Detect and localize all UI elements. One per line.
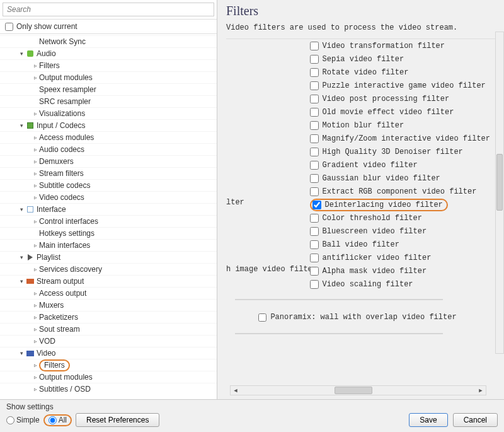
tree-item[interactable]: ▹Filters bbox=[0, 59, 217, 71]
chevron-right-icon[interactable]: ▹ bbox=[32, 158, 39, 165]
tree-item[interactable]: ▹Audio codecs bbox=[0, 143, 217, 155]
radio-simple[interactable]: Simple bbox=[6, 416, 40, 424]
filter-item[interactable]: Puzzle interactive game video filter bbox=[310, 79, 490, 92]
tree-item[interactable]: ▹Services discovery bbox=[0, 263, 217, 275]
tree-item[interactable]: ▹Stream filters bbox=[0, 167, 217, 179]
filter-item[interactable]: Rotate video filter bbox=[310, 66, 490, 79]
tree-item[interactable]: ▹Muxers bbox=[0, 299, 217, 311]
chevron-down-icon[interactable]: ▾ bbox=[18, 254, 25, 260]
filter-checkbox[interactable] bbox=[310, 214, 319, 223]
tree-item[interactable]: Network Sync bbox=[0, 35, 217, 47]
chevron-down-icon[interactable]: ▾ bbox=[18, 350, 25, 356]
tree-item[interactable]: ▾Stream output bbox=[0, 275, 217, 287]
filter-item[interactable]: Video post processing filter bbox=[310, 92, 490, 105]
scroll-right-icon[interactable]: ► bbox=[476, 387, 486, 394]
filter-item[interactable]: Color threshold filter bbox=[310, 211, 490, 225]
cancel-button[interactable]: Cancel bbox=[453, 413, 498, 427]
filter-checkbox[interactable] bbox=[310, 42, 319, 50]
tree-item[interactable]: ▹Output modules bbox=[0, 371, 217, 383]
chevron-right-icon[interactable]: ▹ bbox=[32, 74, 39, 81]
filter-checkbox[interactable] bbox=[310, 280, 319, 289]
panoramix-checkbox[interactable] bbox=[258, 313, 266, 322]
filter-item[interactable]: Old movie effect video filter bbox=[310, 105, 490, 119]
filter-item[interactable]: Gradient video filter bbox=[310, 158, 490, 172]
panoramix-row[interactable]: Panoramix: wall with overlap video filte… bbox=[226, 313, 489, 322]
scroll-left-icon[interactable]: ◄ bbox=[231, 387, 241, 394]
vertical-scrollbar[interactable] bbox=[495, 32, 504, 354]
filter-checkbox[interactable] bbox=[310, 267, 319, 276]
chevron-right-icon[interactable]: ▹ bbox=[32, 146, 39, 153]
horizontal-scrollbar[interactable]: ◄ ► bbox=[230, 385, 486, 395]
chevron-right-icon[interactable]: ▹ bbox=[32, 134, 39, 141]
filter-item[interactable]: Alpha mask video filter bbox=[310, 264, 490, 277]
tree-item[interactable]: Speex resampler bbox=[0, 83, 217, 95]
radio-all-input[interactable] bbox=[49, 416, 57, 424]
chevron-right-icon[interactable]: ▹ bbox=[32, 302, 39, 308]
tree-item[interactable]: Hotkeys settings bbox=[0, 227, 217, 239]
filter-checkbox[interactable] bbox=[310, 81, 319, 90]
save-button[interactable]: Save bbox=[409, 413, 447, 427]
filter-item[interactable]: Video scaling filter bbox=[310, 277, 490, 291]
chevron-right-icon[interactable]: ▹ bbox=[32, 266, 39, 272]
filter-checkbox[interactable] bbox=[310, 227, 319, 236]
chevron-right-icon[interactable]: ▹ bbox=[32, 374, 39, 380]
filter-checkbox[interactable] bbox=[310, 161, 319, 170]
tree-item[interactable]: ▹Demuxers bbox=[0, 155, 217, 167]
filter-checkbox[interactable] bbox=[310, 174, 319, 183]
preferences-tree[interactable]: Network Sync▾Audio▹Filters▹Output module… bbox=[0, 34, 217, 399]
filter-item[interactable]: Ball video filter bbox=[310, 238, 490, 251]
chevron-right-icon[interactable]: ▹ bbox=[32, 362, 39, 368]
tree-item[interactable]: ▹Sout stream bbox=[0, 323, 217, 335]
scroll-thumb[interactable] bbox=[496, 154, 503, 211]
tree-item[interactable]: ▹Subtitles / OSD bbox=[0, 383, 217, 395]
filter-item[interactable]: Gaussian blur video filter bbox=[310, 172, 490, 185]
tree-item[interactable]: ▾Playlist bbox=[0, 251, 217, 263]
tree-item[interactable]: ▹Visualizations bbox=[0, 107, 217, 119]
filter-item[interactable]: High Quality 3D Denoiser filter bbox=[310, 145, 490, 158]
tree-item[interactable]: ▹Filters bbox=[0, 359, 217, 371]
filter-item[interactable]: Sepia video filter bbox=[310, 52, 490, 66]
filter-checkbox[interactable] bbox=[310, 95, 319, 103]
tree-item[interactable]: ▾Video bbox=[0, 347, 217, 359]
chevron-right-icon[interactable]: ▹ bbox=[32, 326, 39, 332]
filter-checkbox[interactable] bbox=[310, 187, 319, 196]
tree-item[interactable]: ▹Access modules bbox=[0, 131, 217, 143]
tree-item[interactable]: ▹Control interfaces bbox=[0, 215, 217, 227]
tree-item[interactable]: ▹Subtitle codecs bbox=[0, 179, 217, 191]
filter-checkbox[interactable] bbox=[310, 240, 319, 249]
chevron-right-icon[interactable]: ▹ bbox=[32, 314, 39, 320]
chevron-down-icon[interactable]: ▾ bbox=[18, 278, 25, 284]
tree-item[interactable]: ▹VOD bbox=[0, 335, 217, 347]
only-show-current-checkbox[interactable] bbox=[5, 23, 13, 31]
tree-item[interactable]: ▹Video codecs bbox=[0, 191, 217, 203]
tree-item[interactable]: ▾Interface bbox=[0, 203, 217, 215]
chevron-right-icon[interactable]: ▹ bbox=[32, 170, 39, 177]
chevron-right-icon[interactable]: ▹ bbox=[32, 386, 39, 392]
chevron-right-icon[interactable]: ▹ bbox=[32, 338, 39, 344]
filter-item[interactable]: Deinterlacing video filter bbox=[310, 198, 490, 211]
tree-item[interactable]: ▹Access output bbox=[0, 287, 217, 299]
tree-item[interactable]: ▾Input / Codecs bbox=[0, 119, 217, 131]
filter-checkbox[interactable] bbox=[310, 254, 319, 262]
filter-item[interactable]: Magnify/Zoom interactive video filter bbox=[310, 132, 490, 145]
tree-item[interactable]: ▹Main interfaces bbox=[0, 239, 217, 251]
filter-item[interactable]: Bluescreen video filter bbox=[310, 225, 490, 238]
chevron-down-icon[interactable]: ▾ bbox=[18, 206, 25, 213]
chevron-right-icon[interactable]: ▹ bbox=[32, 242, 39, 248]
search-input[interactable] bbox=[3, 3, 214, 16]
tree-item[interactable]: SRC resampler bbox=[0, 95, 217, 107]
filter-checkbox[interactable] bbox=[310, 55, 319, 64]
scroll-track[interactable] bbox=[241, 386, 476, 395]
tree-item[interactable]: ▹Packetizers bbox=[0, 311, 217, 323]
filter-item[interactable]: Motion blur filter bbox=[310, 119, 490, 132]
chevron-right-icon[interactable]: ▹ bbox=[32, 218, 39, 225]
chevron-right-icon[interactable]: ▹ bbox=[32, 290, 39, 296]
chevron-down-icon[interactable]: ▾ bbox=[18, 122, 25, 129]
filter-checkbox[interactable] bbox=[310, 148, 319, 156]
filter-checkbox[interactable] bbox=[310, 108, 319, 117]
filter-item[interactable]: antiflicker video filter bbox=[310, 251, 490, 264]
chevron-right-icon[interactable]: ▹ bbox=[32, 62, 39, 69]
chevron-down-icon[interactable]: ▾ bbox=[18, 50, 25, 57]
chevron-right-icon[interactable]: ▹ bbox=[32, 194, 39, 201]
scroll-thumb[interactable] bbox=[335, 387, 372, 394]
